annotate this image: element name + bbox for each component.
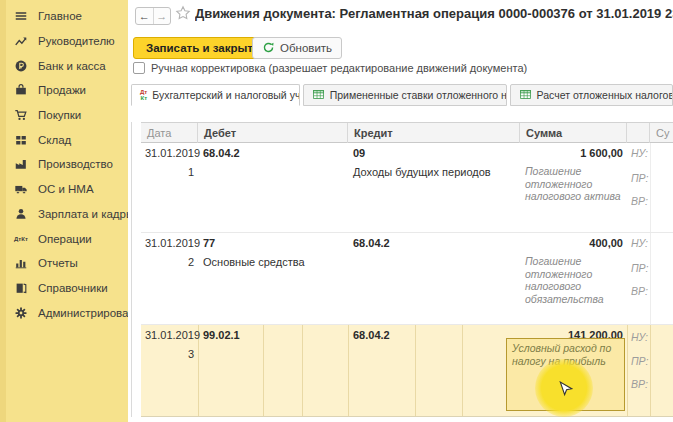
mouse-cursor-icon <box>559 381 573 402</box>
sidebar-item-purchases[interactable]: Покупки <box>0 103 128 128</box>
form-border <box>131 122 132 417</box>
refresh-button[interactable]: Обновить <box>252 37 342 59</box>
flag-nu: НУ: <box>631 331 648 343</box>
tab-deferred-tax-calc[interactable]: Расчет отложенных налоговых акт <box>510 84 673 106</box>
trend-icon <box>13 33 29 49</box>
forward-button[interactable]: → <box>154 8 171 24</box>
dtkt-icon: ДтКт <box>13 231 29 247</box>
refresh-label: Обновить <box>280 42 332 54</box>
flag-nu: НУ: <box>631 147 648 159</box>
sidebar-item-reports[interactable]: Отчеты <box>0 251 128 276</box>
flag-nu: НУ: <box>631 237 648 249</box>
sidebar-menu: Главное Руководителю Банк и касса Продаж… <box>0 0 128 325</box>
header-debit[interactable]: Дебет <box>198 123 348 143</box>
briefcase-icon <box>13 82 29 98</box>
sidebar-item-label: Отчеты <box>38 257 78 269</box>
ruble-icon <box>13 58 29 74</box>
sidebar-item-directories[interactable]: Справочники <box>0 276 128 301</box>
dtkt-icon: ДтКт <box>140 89 147 101</box>
sidebar-item-warehouse[interactable]: Склад <box>0 127 128 152</box>
sidebar-item-production[interactable]: Производство <box>0 152 128 177</box>
focused-description-cell[interactable]: Условный расход по налогу на прибыль <box>506 338 625 411</box>
sidebar-item-bank-cash[interactable]: Банк и касса <box>0 53 128 78</box>
operation-description: Погашение отложенного налогового актива <box>525 165 622 203</box>
sidebar-item-label: Продажи <box>38 84 86 96</box>
tab-accounting[interactable]: ДтКт Бухгалтерский и налоговый учет (3) <box>131 84 300 106</box>
table-icon <box>519 88 532 103</box>
operation-description: Погашение отложенного налогового обязате… <box>525 255 622 305</box>
flag-pr: ПР: <box>631 355 648 367</box>
credit-account: 68.04.2 <box>353 329 390 341</box>
credit-account: 68.04.2 <box>353 237 390 249</box>
sidebar-item-label: ОС и НМА <box>38 183 94 195</box>
person-icon <box>13 206 29 222</box>
tab-label: Расчет отложенных налоговых акт <box>537 89 673 101</box>
sidebar-item-sales[interactable]: Продажи <box>0 78 128 103</box>
sidebar-item-label: Покупки <box>38 109 81 121</box>
movements-table: Дата Дебет Кредит Сумма Су 31.01.2019 1 … <box>141 122 673 417</box>
factory-icon <box>13 156 29 172</box>
credit-subconto: Доходы будущих периодов <box>353 166 491 178</box>
barchart-icon <box>13 255 29 271</box>
truck-icon <box>13 181 29 197</box>
table-row-selected[interactable]: 31.01.2019 3 99.02.1 68.04.2 141 200,00 … <box>141 325 673 417</box>
cart-icon <box>13 107 29 123</box>
app-window: Главное Руководителю Банк и касса Продаж… <box>0 0 673 422</box>
sidebar-item-salary-hr[interactable]: Зарплата и кадры <box>0 202 128 227</box>
debit-subconto: Основные средства <box>203 256 305 268</box>
header-flags[interactable] <box>627 123 650 143</box>
manual-adjust-row: Ручная корректировка (разрешает редактир… <box>133 62 527 74</box>
sidebar-item-main[interactable]: Главное <box>0 4 128 29</box>
table-header-row: Дата Дебет Кредит Сумма Су <box>141 122 673 143</box>
menu-icon <box>13 8 29 24</box>
manual-adjust-checkbox[interactable] <box>133 62 145 74</box>
back-button[interactable]: ← <box>136 8 154 24</box>
credit-account: 09 <box>353 147 365 159</box>
books-icon <box>13 280 29 296</box>
flag-pr: ПР: <box>631 172 648 184</box>
sidebar-item-manager[interactable]: Руководителю <box>0 29 128 54</box>
tab-deferred-tax-rates[interactable]: Примененные ставки отложенного налога (3… <box>303 84 507 106</box>
sidebar-item-label: Справочники <box>38 282 108 294</box>
tab-label: Бухгалтерский и налоговый учет (3) <box>152 89 299 101</box>
sidebar-item-fixed-assets[interactable]: ОС и НМА <box>0 177 128 202</box>
table-icon <box>312 88 325 103</box>
refresh-icon <box>262 41 275 56</box>
header-date[interactable]: Дата <box>141 123 198 143</box>
row-date: 31.01.2019 <box>145 329 200 341</box>
row-date: 31.01.2019 <box>145 237 200 249</box>
flag-vr: ВР: <box>631 378 648 390</box>
row-number: 3 <box>145 348 194 360</box>
amount: 400,00 <box>520 237 623 249</box>
table-row[interactable]: 31.01.2019 2 77 Основные средства 68.04.… <box>141 233 673 325</box>
row-date: 31.01.2019 <box>145 147 200 159</box>
grid-icon <box>13 132 29 148</box>
row-number: 2 <box>145 256 194 268</box>
sidebar-item-label: Банк и касса <box>38 60 106 72</box>
header-credit[interactable]: Кредит <box>348 123 520 143</box>
page-title: Движения документа: Регламентная операци… <box>195 6 673 21</box>
sidebar-item-operations[interactable]: ДтКт Операции <box>0 226 128 251</box>
gear-icon <box>13 305 29 321</box>
debit-account: 77 <box>203 237 215 249</box>
manual-adjust-label: Ручная корректировка (разрешает редактир… <box>151 62 527 74</box>
sidebar-item-label: Операции <box>38 233 92 245</box>
flag-vr: ВР: <box>631 285 648 297</box>
row-number: 1 <box>145 166 194 178</box>
table-row[interactable]: 31.01.2019 1 68.04.2 09 Доходы будущих п… <box>141 143 673 233</box>
main-content: ← → Движения документа: Регламентная опе… <box>128 0 673 422</box>
sidebar-item-label: Зарплата и кадры <box>38 208 134 220</box>
sidebar-item-label: Руководителю <box>38 35 115 47</box>
sidebar-item-administration[interactable]: Администрирование <box>0 300 128 325</box>
favorite-star-icon[interactable] <box>175 5 191 25</box>
debit-account: 99.02.1 <box>203 329 240 341</box>
header-sum[interactable]: Сумма <box>520 123 627 143</box>
tab-label: Примененные ставки отложенного налога (3… <box>330 89 507 101</box>
header-su[interactable]: Су <box>650 123 673 143</box>
history-nav: ← → <box>135 7 171 25</box>
sidebar: Главное Руководителю Банк и касса Продаж… <box>0 0 128 422</box>
flag-vr: ВР: <box>631 195 648 207</box>
sidebar-item-label: Главное <box>38 10 82 22</box>
tab-bar: ДтКт Бухгалтерский и налоговый учет (3) … <box>131 84 673 106</box>
sidebar-item-label: Производство <box>38 158 113 170</box>
